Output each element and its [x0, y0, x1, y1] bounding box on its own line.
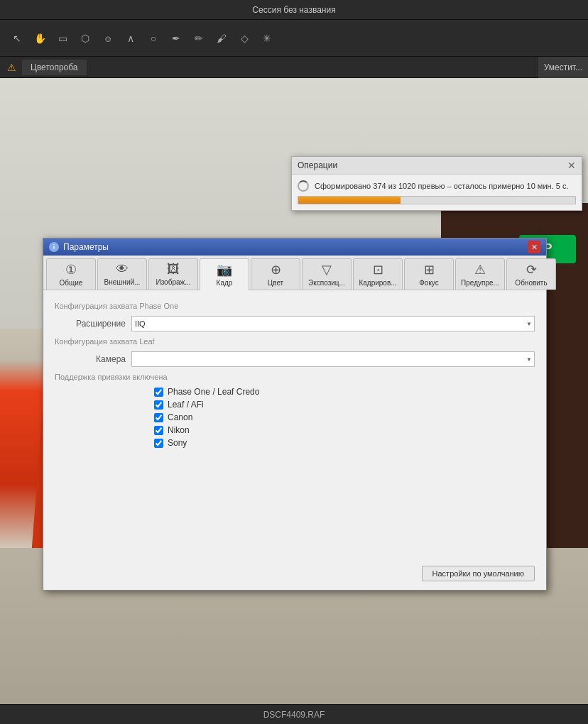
bottom-bar: DSCF4409.RAF — [0, 704, 588, 724]
camera-select-wrapper — [131, 351, 535, 367]
operations-row: Сформировано 374 из 1020 превью – остало… — [298, 180, 576, 192]
tab-crop-icon: ⊡ — [373, 262, 383, 278]
operations-body: Сформировано 374 из 1020 превью – остало… — [292, 175, 582, 210]
title-bar: Сессия без названия — [0, 0, 588, 20]
rect-tool-btn[interactable]: ▭ — [53, 28, 72, 48]
tab-update[interactable]: ⟳ Обновить — [506, 258, 556, 290]
checkbox-leaf-afi-label: Leaf / AFi — [168, 400, 204, 410]
content-area: P Операции ✕ Сформировано 374 из 1020 пр… — [0, 78, 588, 704]
parameters-dialog: i Параметры ✕ ① Общие 👁 Внешний... 🖼 Изо… — [43, 238, 547, 591]
tab-external-label: Внешний... — [104, 278, 141, 286]
tab-general[interactable]: ① Общие — [46, 258, 96, 290]
phase-one-section-header: Конфигурация захвата Phase One — [55, 302, 535, 310]
operations-title-bar: Операции ✕ — [292, 157, 582, 175]
dialog-body: Конфигурация захвата Phase One Расширени… — [43, 290, 546, 560]
toolbar: ↖ ✋ ▭ ⬡ ⌾ ∧ ○ ✒ ✏ 🖌 ◇ ✳ — [0, 20, 588, 57]
tab-crop-label: Кадриров... — [359, 279, 396, 287]
tab-frame[interactable]: 📷 Кадр — [200, 258, 249, 290]
erase-tool-btn[interactable]: ◇ — [234, 28, 254, 48]
color-probe-tab[interactable]: Цветопроба — [22, 60, 87, 75]
tab-external-icon: 👁 — [116, 262, 129, 277]
tab-focus-icon: ⊞ — [424, 262, 435, 278]
checkbox-phase-one-label: Phase One / Leaf Credo — [168, 387, 259, 397]
tab-image-label: Изображ... — [156, 278, 190, 286]
tab-color-label: Цвет — [268, 279, 283, 287]
tab-exposure-label: Экспозиц... — [308, 279, 345, 287]
tab-update-label: Обновить — [515, 279, 547, 287]
path-tool-btn[interactable]: ∧ — [121, 28, 141, 48]
progress-bar-fill — [298, 197, 401, 204]
tab-image[interactable]: 🖼 Изображ... — [148, 258, 198, 290]
checkbox-leaf-afi: Leaf / AFi — [55, 400, 535, 410]
dialog-title-bar: i Параметры ✕ — [43, 238, 546, 256]
checkbox-nikon: Nikon — [55, 425, 535, 435]
warning-icon: ⚠ — [7, 62, 16, 73]
checkbox-canon: Canon — [55, 412, 535, 422]
camera-select[interactable] — [131, 351, 535, 367]
pan-tool-btn[interactable]: ✋ — [30, 28, 50, 48]
tab-exposure[interactable]: ▽ Экспозиц... — [302, 258, 352, 290]
pen-tool-btn[interactable]: ✒ — [166, 28, 186, 48]
tethering-checkboxes: Phase One / Leaf Credo Leaf / AFi Canon … — [55, 387, 535, 448]
dialog-title-left: i Параметры — [49, 242, 109, 252]
checkbox-sony: Sony — [55, 438, 535, 448]
tab-focus[interactable]: ⊞ Фокус — [404, 258, 454, 290]
dialog-title-label: Параметры — [63, 242, 109, 252]
operations-text: Сформировано 374 из 1020 превью – остало… — [315, 182, 576, 190]
checkbox-canon-label: Canon — [168, 412, 192, 422]
checkbox-sony-input[interactable] — [154, 439, 163, 448]
lasso-tool-btn[interactable]: ⌾ — [98, 28, 118, 48]
tab-general-label: Общие — [60, 279, 83, 287]
operations-popup: Операции ✕ Сформировано 374 из 1020 прев… — [291, 156, 582, 211]
tab-external[interactable]: 👁 Внешний... — [97, 258, 147, 290]
leaf-section-header: Конфигурация захвата Leaf — [55, 337, 535, 346]
tab-focus-label: Фокус — [419, 279, 439, 287]
app-title: Сессия без названия — [252, 5, 335, 15]
arrow-tool-btn[interactable]: ↖ — [7, 28, 27, 48]
tab-color[interactable]: ⊕ Цвет — [251, 258, 300, 290]
tab-exposure-icon: ▽ — [322, 262, 332, 278]
extension-label: Расширение — [55, 319, 126, 329]
dialog-title-icon: i — [49, 242, 59, 252]
tab-update-icon: ⟳ — [526, 262, 537, 278]
default-settings-button[interactable]: Настройки по умолчанию — [422, 566, 535, 581]
operations-spinner — [298, 180, 309, 192]
checkbox-sony-label: Sony — [168, 438, 187, 448]
top-strip: ⚠ Цветопроба Уместит... — [0, 57, 588, 78]
progress-bar-container — [298, 196, 576, 204]
operations-title-label: Операции — [298, 160, 337, 170]
checkbox-leaf-afi-input[interactable] — [154, 400, 163, 410]
tab-general-icon: ① — [65, 262, 77, 278]
checkbox-phase-one-input[interactable] — [154, 388, 163, 397]
extension-select-wrapper: IIQ TIF JPG — [131, 316, 535, 331]
circle-tool-btn[interactable]: ○ — [143, 28, 163, 48]
tab-frame-icon: 📷 — [217, 262, 232, 278]
dialog-footer: Настройки по умолчанию — [43, 560, 546, 590]
filename-label: DSCF4409.RAF — [263, 710, 325, 720]
operations-close-button[interactable]: ✕ — [567, 160, 576, 171]
dialog-close-button[interactable]: ✕ — [528, 241, 540, 253]
extension-select[interactable]: IIQ TIF JPG — [131, 316, 535, 331]
checkbox-phase-one: Phase One / Leaf Credo — [55, 387, 535, 397]
tab-color-icon: ⊕ — [271, 262, 281, 278]
tab-image-icon: 🖼 — [167, 262, 180, 277]
tab-warnings-label: Предупре... — [461, 279, 499, 287]
extension-row: Расширение IIQ TIF JPG — [55, 316, 535, 331]
tab-warnings-icon: ⚠ — [474, 262, 486, 278]
brush-tool-btn[interactable]: 🖌 — [212, 28, 232, 48]
checkbox-canon-input[interactable] — [154, 413, 163, 422]
tethering-section-header: Поддержка привязки включена — [55, 373, 535, 381]
fit-button[interactable]: Уместит... — [538, 57, 588, 78]
star-tool-btn[interactable]: ✳ — [257, 28, 277, 48]
tab-warnings[interactable]: ⚠ Предупре... — [455, 258, 505, 290]
camera-label: Камера — [55, 354, 126, 364]
tab-crop[interactable]: ⊡ Кадриров... — [353, 258, 403, 290]
checkbox-nikon-input[interactable] — [154, 426, 163, 435]
camera-row: Камера — [55, 351, 535, 367]
eyedropper-tool-btn[interactable]: ✏ — [189, 28, 209, 48]
tabs-row: ① Общие 👁 Внешний... 🖼 Изображ... 📷 Кадр… — [43, 256, 546, 290]
tab-frame-label: Кадр — [217, 279, 233, 287]
poly-tool-btn[interactable]: ⬡ — [75, 28, 95, 48]
checkbox-nikon-label: Nikon — [168, 425, 190, 435]
